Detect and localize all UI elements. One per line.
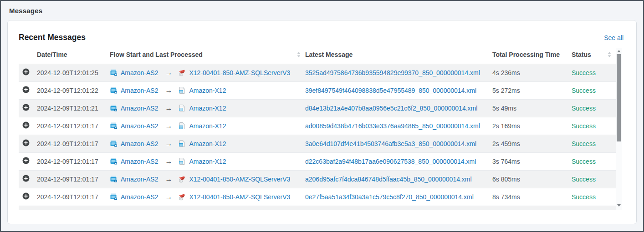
messages-table: Date/Time Flow Start and Last Processed …: [19, 48, 616, 210]
flow-start-link[interactable]: Amazon-AS2: [121, 140, 158, 147]
expand-row-button[interactable]: [22, 104, 30, 111]
see-all-link[interactable]: See all: [604, 34, 624, 41]
status-label: Success: [572, 176, 596, 183]
column-header-datetime: Date/Time: [37, 48, 110, 64]
as2-connector-icon: [110, 140, 118, 147]
table-row: 2024-12-09T12:01:17 Amazon-AS2 →: [19, 135, 616, 152]
expand-row-button[interactable]: [22, 68, 30, 76]
scroll-down-arrow-icon[interactable]: [616, 203, 622, 208]
flow-start-link[interactable]: Amazon-AS2: [121, 105, 158, 112]
scroll-up-arrow-icon[interactable]: [616, 49, 622, 54]
flow-start-link[interactable]: Amazon-AS2: [121, 69, 158, 76]
table-row: 2024-12-09T12:01:17 Amazon-AS2 →: [19, 188, 616, 206]
status-label: Success: [572, 69, 596, 76]
status-label: Success: [572, 105, 596, 112]
table-header-row: Date/Time Flow Start and Last Processed …: [19, 48, 616, 64]
flow-start-link[interactable]: Amazon-AS2: [121, 87, 158, 94]
processing-time: 6s 805ms: [492, 176, 520, 183]
latest-message-link[interactable]: 0e27f5aa51a34f30a3a1c579c5c8f270_850_000…: [305, 193, 474, 201]
column-header-flow[interactable]: Flow Start and Last Processed: [110, 48, 305, 64]
page-title: Messages: [1, 1, 643, 20]
table-row: 2024-12-09T12:01:22 Amazon-AS2 →: [19, 81, 616, 99]
sqlserver-icon: [178, 175, 186, 183]
flow-start-link[interactable]: Amazon-AS2: [121, 122, 158, 130]
flow-end-link[interactable]: Amazon-X12: [189, 122, 226, 130]
sort-carets-icon[interactable]: [297, 52, 301, 57]
row-datetime: 2024-12-09T12:01:17: [37, 158, 98, 165]
expand-row-button[interactable]: [22, 192, 30, 200]
processing-time: 3s 764ms: [492, 158, 520, 165]
table-row: 2024-12-09T12:01:17 Amazon-AS2 →: [19, 152, 616, 170]
arrow-right-icon: →: [161, 157, 175, 166]
x12-document-icon: [178, 86, 186, 94]
processing-time: 5s 272ms: [492, 87, 520, 94]
processing-time: 5s 49ms: [492, 105, 516, 112]
messages-panel: Messages Recent Messages See all Date/Ti…: [0, 0, 644, 232]
sort-carets-icon[interactable]: [608, 52, 611, 57]
expand-row-button[interactable]: [22, 157, 30, 164]
as2-connector-icon: [110, 175, 118, 183]
flow-start-link[interactable]: Amazon-AS2: [121, 176, 158, 183]
arrow-right-icon: →: [161, 175, 175, 183]
table-row: →: [19, 206, 616, 210]
status-label: Success: [572, 140, 596, 147]
latest-message-link[interactable]: 39ef8497549f464098838d5e47955489_850_000…: [305, 87, 476, 94]
flow-start-link[interactable]: Amazon-AS2: [121, 158, 158, 165]
row-datetime: 2024-12-09T12:01:17: [37, 122, 98, 130]
x12-document-icon: [178, 104, 186, 112]
column-header-message: Latest Message: [305, 48, 492, 64]
flow-end-link[interactable]: Amazon-X12: [189, 105, 226, 112]
arrow-right-icon: →: [161, 140, 175, 148]
expand-row-button[interactable]: [22, 139, 30, 146]
vertical-scrollbar[interactable]: [616, 48, 622, 210]
arrow-right-icon: →: [161, 69, 175, 77]
table-row: 2024-12-09T12:01:17 Amazon-AS2 →: [19, 170, 616, 188]
flow-end-link[interactable]: X12-00401-850-AMZ-SQLServerV3: [189, 176, 290, 183]
expand-plus-icon: [22, 175, 30, 182]
processing-time: 2s 459ms: [492, 140, 520, 147]
expand-row-button[interactable]: [22, 175, 30, 182]
status-label: Success: [572, 193, 596, 201]
card-title: Recent Messages: [19, 33, 86, 42]
arrow-right-icon: →: [161, 122, 175, 130]
card-header: Recent Messages See all: [8, 20, 636, 42]
x12-document-icon: [178, 157, 186, 165]
flow-end-link[interactable]: X12-00401-850-AMZ-SQLServerV3: [189, 193, 290, 201]
as2-connector-icon: [110, 157, 118, 165]
expand-row-button[interactable]: [22, 86, 30, 93]
as2-connector-icon: [110, 86, 118, 94]
latest-message-link[interactable]: 3525ad4975864736b935594829e99370_850_000…: [305, 69, 480, 76]
latest-message-link[interactable]: a206d95afc7f4dca846748d5ffaac45b_850_000…: [305, 176, 472, 183]
column-header-status[interactable]: Status: [572, 48, 616, 64]
flow-end-link[interactable]: Amazon-X12: [189, 140, 226, 147]
recent-messages-card: Recent Messages See all Date/Time Flow S…: [7, 20, 637, 224]
scrollbar-thumb[interactable]: [617, 54, 621, 141]
row-datetime: 2024-12-09T12:01:17: [37, 140, 98, 147]
sqlserver-icon: [178, 69, 186, 76]
row-datetime: 2024-12-09T12:01:17: [37, 176, 98, 183]
x12-document-icon: [178, 122, 186, 130]
flow-end-link[interactable]: Amazon-X12: [189, 158, 226, 165]
row-datetime: 2024-12-09T12:01:17: [37, 193, 98, 201]
latest-message-link[interactable]: d22c63baf2a94f48b17aa6e090627538_850_000…: [305, 158, 476, 165]
messages-table-viewport: Date/Time Flow Start and Last Processed …: [19, 48, 622, 210]
flow-end-link[interactable]: Amazon-X12: [189, 87, 226, 94]
arrow-right-icon: →: [161, 86, 175, 95]
processing-time: 4s 236ms: [492, 69, 520, 76]
column-header-time: Total Processing Time: [492, 48, 572, 64]
as2-connector-icon: [110, 122, 118, 130]
status-label: Success: [572, 122, 596, 130]
as2-connector-icon: [110, 69, 118, 76]
column-header-expand: [19, 48, 37, 64]
expand-plus-icon: [22, 157, 30, 164]
table-row: 2024-12-09T12:01:17 Amazon-AS2 →: [19, 117, 616, 135]
latest-message-link[interactable]: d84e13b21a4e407b8aa0956e5c21c6f2_850_000…: [305, 105, 477, 112]
latest-message-link[interactable]: ad00859d438b4716b033e3376aa94865_850_000…: [305, 122, 480, 130]
flow-start-link[interactable]: Amazon-AS2: [121, 193, 158, 201]
status-label: Success: [572, 158, 596, 165]
table-row: 2024-12-09T12:01:21 Amazon-AS2 →: [19, 99, 616, 117]
flow-end-link[interactable]: X12-00401-850-AMZ-SQLServerV3: [189, 69, 290, 76]
expand-plus-icon: [22, 104, 30, 111]
expand-row-button[interactable]: [22, 121, 30, 129]
latest-message-link[interactable]: 3a0e64d107df4e41b4503746afb3e5a3_850_000…: [305, 140, 476, 147]
